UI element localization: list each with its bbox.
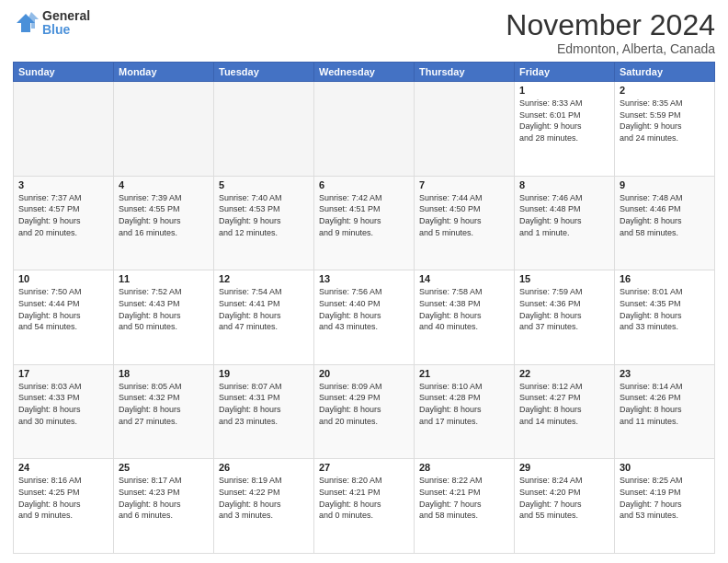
top-section: General Blue November 2024 Edmonton, Alb… <box>13 9 715 56</box>
day-number: 3 <box>18 179 108 190</box>
calendar-cell: 9Sunrise: 7:48 AM Sunset: 4:46 PM Daylig… <box>615 176 715 270</box>
location: Edmonton, Alberta, Canada <box>506 41 715 56</box>
day-number: 12 <box>219 273 309 284</box>
day-info: Sunrise: 7:56 AM Sunset: 4:40 PM Dayligh… <box>319 286 409 332</box>
day-info: Sunrise: 8:16 AM Sunset: 4:25 PM Dayligh… <box>18 475 108 521</box>
day-info: Sunrise: 8:05 AM Sunset: 4:32 PM Dayligh… <box>119 381 209 427</box>
calendar-cell: 15Sunrise: 7:59 AM Sunset: 4:36 PM Dayli… <box>515 270 615 365</box>
day-number: 13 <box>319 273 409 284</box>
calendar-cell <box>14 82 114 177</box>
day-number: 11 <box>119 273 209 284</box>
calendar-cell: 11Sunrise: 7:52 AM Sunset: 4:43 PM Dayli… <box>114 270 214 365</box>
calendar-cell: 22Sunrise: 8:12 AM Sunset: 4:27 PM Dayli… <box>515 364 615 459</box>
calendar-cell: 28Sunrise: 8:22 AM Sunset: 4:21 PM Dayli… <box>415 459 515 554</box>
day-number: 15 <box>519 273 609 284</box>
logo-icon <box>13 10 39 36</box>
day-info: Sunrise: 7:46 AM Sunset: 4:48 PM Dayligh… <box>519 192 609 238</box>
day-info: Sunrise: 8:12 AM Sunset: 4:27 PM Dayligh… <box>519 381 609 427</box>
calendar-cell <box>114 82 214 177</box>
calendar-cell: 12Sunrise: 7:54 AM Sunset: 4:41 PM Dayli… <box>214 270 314 365</box>
day-info: Sunrise: 7:58 AM Sunset: 4:38 PM Dayligh… <box>419 286 509 332</box>
calendar-cell: 19Sunrise: 8:07 AM Sunset: 4:31 PM Dayli… <box>214 364 314 459</box>
calendar-cell <box>214 82 314 177</box>
day-number: 22 <box>519 368 609 379</box>
calendar-cell: 7Sunrise: 7:44 AM Sunset: 4:50 PM Daylig… <box>415 176 515 270</box>
day-number: 17 <box>18 368 108 379</box>
day-info: Sunrise: 7:48 AM Sunset: 4:46 PM Dayligh… <box>620 192 710 238</box>
day-info: Sunrise: 7:52 AM Sunset: 4:43 PM Dayligh… <box>119 286 209 332</box>
day-number: 29 <box>519 462 609 473</box>
day-number: 23 <box>620 368 710 379</box>
calendar-cell: 17Sunrise: 8:03 AM Sunset: 4:33 PM Dayli… <box>14 364 114 459</box>
day-info: Sunrise: 8:33 AM Sunset: 6:01 PM Dayligh… <box>519 98 609 144</box>
calendar-cell: 10Sunrise: 7:50 AM Sunset: 4:44 PM Dayli… <box>14 270 114 365</box>
day-info: Sunrise: 8:14 AM Sunset: 4:26 PM Dayligh… <box>620 381 710 427</box>
calendar-week-row: 24Sunrise: 8:16 AM Sunset: 4:25 PM Dayli… <box>14 459 715 554</box>
calendar-table: SundayMondayTuesdayWednesdayThursdayFrid… <box>13 62 715 554</box>
calendar-cell: 14Sunrise: 7:58 AM Sunset: 4:38 PM Dayli… <box>415 270 515 365</box>
day-info: Sunrise: 8:09 AM Sunset: 4:29 PM Dayligh… <box>319 381 409 427</box>
calendar-cell: 3Sunrise: 7:37 AM Sunset: 4:57 PM Daylig… <box>14 176 114 270</box>
day-info: Sunrise: 8:01 AM Sunset: 4:35 PM Dayligh… <box>620 286 710 332</box>
month-title: November 2024 <box>506 9 715 41</box>
calendar-cell: 8Sunrise: 7:46 AM Sunset: 4:48 PM Daylig… <box>515 176 615 270</box>
day-number: 5 <box>219 179 309 190</box>
day-info: Sunrise: 7:37 AM Sunset: 4:57 PM Dayligh… <box>18 192 108 238</box>
day-info: Sunrise: 8:03 AM Sunset: 4:33 PM Dayligh… <box>18 381 108 427</box>
day-info: Sunrise: 8:24 AM Sunset: 4:20 PM Dayligh… <box>519 475 609 521</box>
header-right: November 2024 Edmonton, Alberta, Canada <box>506 9 715 56</box>
calendar-week-row: 17Sunrise: 8:03 AM Sunset: 4:33 PM Dayli… <box>14 364 715 459</box>
day-info: Sunrise: 8:19 AM Sunset: 4:22 PM Dayligh… <box>219 475 309 521</box>
day-number: 25 <box>119 462 209 473</box>
calendar-cell: 24Sunrise: 8:16 AM Sunset: 4:25 PM Dayli… <box>14 459 114 554</box>
day-info: Sunrise: 7:39 AM Sunset: 4:55 PM Dayligh… <box>119 192 209 238</box>
calendar-cell <box>415 82 515 177</box>
day-info: Sunrise: 7:44 AM Sunset: 4:50 PM Dayligh… <box>419 192 509 238</box>
day-number: 27 <box>319 462 409 473</box>
day-number: 18 <box>119 368 209 379</box>
calendar-week-row: 3Sunrise: 7:37 AM Sunset: 4:57 PM Daylig… <box>14 176 715 270</box>
weekday-header: Saturday <box>615 63 715 82</box>
logo: General Blue <box>13 9 90 38</box>
day-info: Sunrise: 7:59 AM Sunset: 4:36 PM Dayligh… <box>519 286 609 332</box>
calendar-cell: 27Sunrise: 8:20 AM Sunset: 4:21 PM Dayli… <box>314 459 415 554</box>
day-info: Sunrise: 8:10 AM Sunset: 4:28 PM Dayligh… <box>419 381 509 427</box>
calendar-cell: 25Sunrise: 8:17 AM Sunset: 4:23 PM Dayli… <box>114 459 214 554</box>
calendar-cell: 29Sunrise: 8:24 AM Sunset: 4:20 PM Dayli… <box>515 459 615 554</box>
logo-line1: General <box>42 9 90 23</box>
day-number: 9 <box>620 179 710 190</box>
calendar-cell: 2Sunrise: 8:35 AM Sunset: 5:59 PM Daylig… <box>615 82 715 177</box>
calendar-cell: 26Sunrise: 8:19 AM Sunset: 4:22 PM Dayli… <box>214 459 314 554</box>
calendar-cell <box>314 82 415 177</box>
day-number: 26 <box>219 462 309 473</box>
day-number: 21 <box>419 368 509 379</box>
calendar-week-row: 1Sunrise: 8:33 AM Sunset: 6:01 PM Daylig… <box>14 82 715 177</box>
day-info: Sunrise: 8:07 AM Sunset: 4:31 PM Dayligh… <box>219 381 309 427</box>
day-number: 2 <box>620 85 710 96</box>
day-number: 20 <box>319 368 409 379</box>
day-info: Sunrise: 8:35 AM Sunset: 5:59 PM Dayligh… <box>620 98 710 144</box>
day-number: 16 <box>620 273 710 284</box>
calendar-cell: 6Sunrise: 7:42 AM Sunset: 4:51 PM Daylig… <box>314 176 415 270</box>
logo-text: General Blue <box>42 9 90 38</box>
calendar-cell: 30Sunrise: 8:25 AM Sunset: 4:19 PM Dayli… <box>615 459 715 554</box>
weekday-header: Monday <box>114 63 214 82</box>
day-number: 4 <box>119 179 209 190</box>
day-number: 28 <box>419 462 509 473</box>
weekday-header: Sunday <box>14 63 114 82</box>
calendar-cell: 16Sunrise: 8:01 AM Sunset: 4:35 PM Dayli… <box>615 270 715 365</box>
calendar-cell: 13Sunrise: 7:56 AM Sunset: 4:40 PM Dayli… <box>314 270 415 365</box>
calendar-cell: 1Sunrise: 8:33 AM Sunset: 6:01 PM Daylig… <box>515 82 615 177</box>
day-info: Sunrise: 8:25 AM Sunset: 4:19 PM Dayligh… <box>620 475 710 521</box>
calendar-week-row: 10Sunrise: 7:50 AM Sunset: 4:44 PM Dayli… <box>14 270 715 365</box>
day-info: Sunrise: 8:20 AM Sunset: 4:21 PM Dayligh… <box>319 475 409 521</box>
calendar-cell: 5Sunrise: 7:40 AM Sunset: 4:53 PM Daylig… <box>214 176 314 270</box>
calendar-cell: 23Sunrise: 8:14 AM Sunset: 4:26 PM Dayli… <box>615 364 715 459</box>
calendar-cell: 21Sunrise: 8:10 AM Sunset: 4:28 PM Dayli… <box>415 364 515 459</box>
calendar-cell: 18Sunrise: 8:05 AM Sunset: 4:32 PM Dayli… <box>114 364 214 459</box>
day-info: Sunrise: 8:17 AM Sunset: 4:23 PM Dayligh… <box>119 475 209 521</box>
weekday-header: Tuesday <box>214 63 314 82</box>
day-info: Sunrise: 7:40 AM Sunset: 4:53 PM Dayligh… <box>219 192 309 238</box>
day-info: Sunrise: 8:22 AM Sunset: 4:21 PM Dayligh… <box>419 475 509 521</box>
calendar-cell: 4Sunrise: 7:39 AM Sunset: 4:55 PM Daylig… <box>114 176 214 270</box>
